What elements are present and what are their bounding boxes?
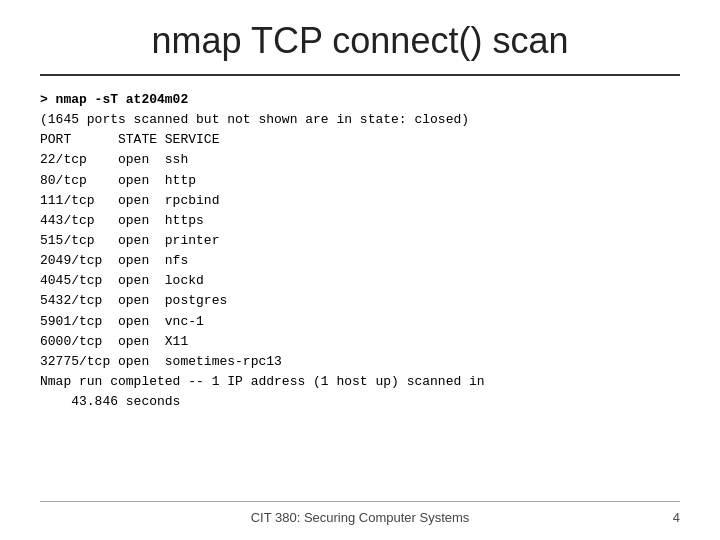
code-line-13: 6000/tcp open X11 [40,334,188,349]
code-line-3: PORT STATE SERVICE [40,132,219,147]
code-block: > nmap -sT at204m02 (1645 ports scanned … [40,90,680,493]
footer-text: CIT 380: Securing Computer Systems [251,510,470,525]
code-line-14: 32775/tcp open sometimes-rpc13 [40,354,282,369]
code-line-5: 80/tcp open http [40,173,196,188]
code-line-12: 5901/tcp open vnc-1 [40,314,204,329]
code-line-16: 43.846 seconds [40,394,180,409]
code-line-1: > nmap -sT at204m02 [40,92,188,107]
footer-page-number: 4 [673,510,680,525]
code-line-11: 5432/tcp open postgres [40,293,227,308]
code-line-7: 443/tcp open https [40,213,204,228]
title-divider [40,74,680,76]
code-line-10: 4045/tcp open lockd [40,273,204,288]
code-line-8: 515/tcp open printer [40,233,219,248]
code-line-9: 2049/tcp open nfs [40,253,188,268]
code-line-15: Nmap run completed -- 1 IP address (1 ho… [40,374,485,389]
code-line-6: 111/tcp open rpcbind [40,193,219,208]
code-line-2: (1645 ports scanned but not shown are in… [40,112,469,127]
slide-footer: CIT 380: Securing Computer Systems 4 [40,501,680,525]
slide-title: nmap TCP connect() scan [40,20,680,62]
slide-container: nmap TCP connect() scan > nmap -sT at204… [0,0,720,540]
code-line-4: 22/tcp open ssh [40,152,188,167]
